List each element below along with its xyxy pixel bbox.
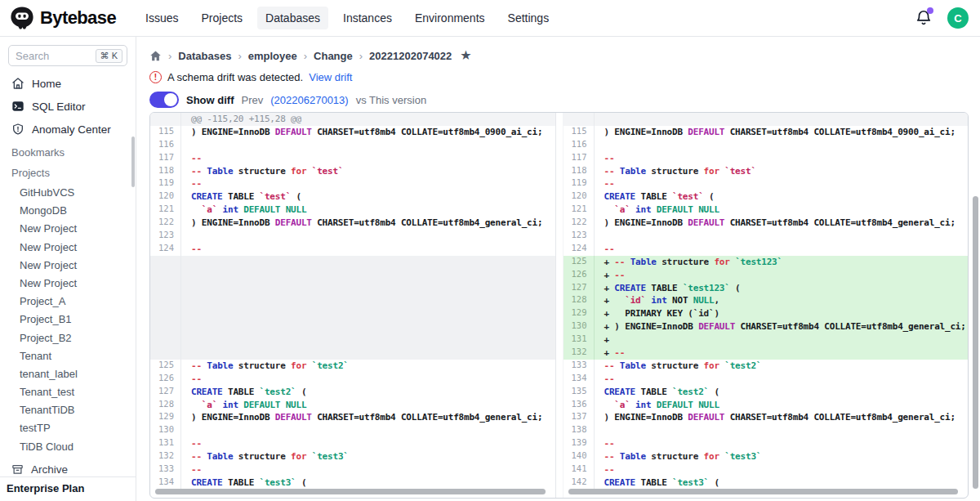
line-number: 118	[150, 165, 181, 178]
show-diff-label: Show diff	[186, 94, 234, 106]
search-input[interactable]: Search ⌘ K	[8, 45, 127, 66]
sidebar-item-home[interactable]: Home	[0, 72, 136, 95]
code-text: CREATE TABLE `test3` (	[595, 476, 969, 490]
diff-line: 121 `a` int DEFAULT NULL	[564, 204, 969, 217]
breadcrumb-item[interactable]: employee	[248, 50, 297, 62]
notifications-bell-icon[interactable]	[915, 9, 933, 27]
diff-hunk-header	[564, 113, 969, 126]
diff-line: 134CREATE TABLE `test3` (	[150, 476, 555, 490]
diff-line: 118-- Table structure for `test`	[150, 165, 555, 178]
user-avatar[interactable]: C	[947, 7, 969, 29]
project-item[interactable]: New Project	[0, 257, 136, 275]
code-text: --	[181, 437, 555, 450]
section-label-projects[interactable]: Projects	[0, 165, 136, 181]
project-item[interactable]: New Project	[0, 220, 136, 238]
code-text: ) ENGINE=InnoDB DEFAULT CHARSET=utf8mb4 …	[181, 217, 555, 230]
line-number: 129	[150, 411, 181, 424]
breadcrumb-item[interactable]: Change	[314, 50, 353, 62]
diff-line: 131--	[150, 437, 555, 450]
breadcrumb-home-icon[interactable]	[149, 50, 162, 62]
diff-line: 130	[150, 424, 555, 437]
code-text: + CREATE TABLE `test123` (	[595, 282, 969, 295]
line-number: 131	[150, 437, 181, 450]
line-number: 139	[564, 437, 595, 450]
prev-version-link[interactable]: (202206270013)	[270, 94, 348, 106]
nav-item-settings[interactable]: Settings	[500, 7, 558, 29]
sidebar-item-anomaly-center[interactable]: Anomaly Center	[0, 118, 136, 141]
diff-pane-previous: @@ -115,20 +115,28 @@115) ENGINE=InnoDB …	[150, 113, 556, 498]
project-item[interactable]: tenant_label	[0, 365, 136, 383]
plan-badge: Enterprise Plan	[0, 476, 136, 501]
project-item[interactable]: GitHubVCS	[0, 184, 136, 202]
diff-line: 119--	[564, 177, 969, 190]
line-number: 122	[150, 217, 181, 230]
diff-line-added: 128+ `id` int NOT NULL,	[564, 294, 969, 307]
project-item[interactable]: testTP	[0, 419, 136, 437]
diff-line-added: 131+	[564, 333, 969, 347]
line-number: 121	[564, 204, 595, 217]
breadcrumb-separator: ›	[359, 50, 363, 62]
diff-line: 135CREATE TABLE `test2` (	[564, 386, 969, 399]
line-number: 120	[564, 190, 595, 204]
search-shortcut-badge: ⌘ K	[96, 49, 122, 63]
left-pane-horizontal-scrollbar[interactable]	[155, 489, 546, 494]
page-vertical-scrollbar[interactable]	[973, 196, 978, 489]
show-diff-toggle[interactable]	[149, 92, 179, 108]
code-text	[595, 113, 969, 126]
view-drift-link[interactable]: View drift	[309, 71, 352, 83]
bytebase-logo[interactable]: Bytebase	[10, 6, 116, 30]
section-label-bookmarks[interactable]: Bookmarks	[0, 145, 136, 161]
nav-item-projects[interactable]: Projects	[194, 7, 252, 29]
project-item[interactable]: Project_B2	[0, 329, 136, 347]
bookmark-star-icon[interactable]: ★	[460, 49, 471, 62]
line-number: 142	[564, 476, 595, 490]
project-item[interactable]: Project_A	[0, 293, 136, 311]
sidebar-item-label: Archive	[31, 463, 68, 476]
code-text	[181, 347, 555, 360]
line-number: 138	[564, 424, 595, 437]
project-item[interactable]: New Project	[0, 239, 136, 257]
nav-item-issues[interactable]: Issues	[137, 7, 186, 29]
project-item[interactable]: Tenant	[0, 347, 136, 365]
nav-right: C	[915, 7, 969, 29]
diff-line: 142CREATE TABLE `test3` (	[564, 476, 969, 490]
code-text: + --	[595, 269, 969, 282]
line-number: 135	[564, 386, 595, 399]
diff-line-filler	[150, 347, 555, 360]
code-text: -- Table structure for `test2`	[181, 360, 555, 373]
diff-line: 128 `a` int DEFAULT NULL	[150, 399, 555, 412]
code-text: --	[595, 152, 969, 165]
right-pane-horizontal-scrollbar[interactable]	[568, 489, 959, 494]
code-text: --	[595, 243, 969, 256]
code-text	[181, 333, 555, 347]
diff-line-added: 129+ PRIMARY KEY (`id`)	[564, 307, 969, 320]
project-item[interactable]: Project_B1	[0, 311, 136, 329]
nav-item-instances[interactable]: Instances	[335, 7, 400, 29]
breadcrumb-item[interactable]: Databases	[178, 50, 231, 62]
line-number: 116	[150, 139, 181, 152]
line-number	[150, 256, 181, 269]
code-text: `a` int DEFAULT NULL	[595, 399, 969, 412]
project-item[interactable]: Tenant_test	[0, 383, 136, 401]
line-number: 120	[150, 190, 181, 204]
code-text: --	[181, 243, 555, 256]
diff-line: 126--	[150, 373, 555, 386]
code-text: + `id` int NOT NULL,	[595, 294, 969, 307]
diff-line: 125-- Table structure for `test2`	[150, 360, 555, 373]
nav-item-environments[interactable]: Environments	[407, 7, 493, 29]
nav-item-databases[interactable]: Databases	[257, 7, 328, 29]
project-item[interactable]: New Project	[0, 275, 136, 293]
line-number: 125	[150, 360, 181, 373]
breadcrumb-item[interactable]: 20221202074022	[369, 50, 452, 62]
project-item[interactable]: MongoDB	[0, 202, 136, 220]
project-item[interactable]: TenantTiDB	[0, 401, 136, 419]
line-number	[150, 307, 181, 320]
sidebar-item-sql-editor[interactable]: SQL Editor	[0, 95, 136, 118]
line-number: 119	[564, 177, 595, 190]
diff-line: 133-- Table structure for `test2`	[564, 360, 969, 373]
sidebar-scrollbar[interactable]	[131, 136, 135, 187]
line-number: 124	[150, 243, 181, 256]
project-item[interactable]: TiDB Cloud	[0, 438, 136, 456]
code-text: CREATE TABLE `test` (	[595, 190, 969, 204]
code-text	[181, 256, 555, 269]
